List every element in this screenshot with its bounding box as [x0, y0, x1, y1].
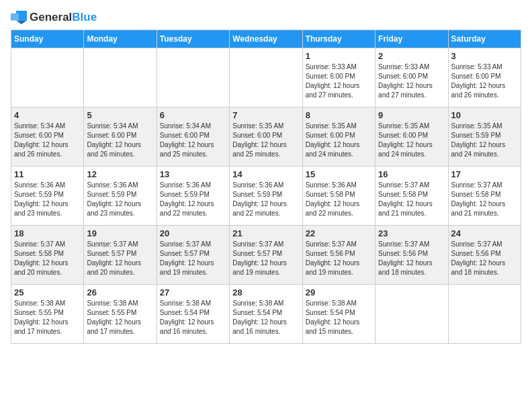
calendar-header-row: SundayMondayTuesdayWednesdayThursdayFrid…	[11, 30, 521, 48]
logo-blue: Blue	[72, 11, 97, 24]
day-number: 29	[306, 287, 372, 298]
day-cell: 24Sunrise: 5:37 AM Sunset: 5:56 PM Dayli…	[448, 226, 521, 285]
day-info: Sunrise: 5:33 AM Sunset: 6:00 PM Dayligh…	[306, 62, 372, 100]
day-cell: 20Sunrise: 5:37 AM Sunset: 5:57 PM Dayli…	[157, 226, 229, 285]
day-number: 12	[87, 169, 153, 179]
col-header-friday: Friday	[375, 30, 448, 48]
day-cell: 21Sunrise: 5:37 AM Sunset: 5:57 PM Dayli…	[230, 226, 302, 285]
day-number: 8	[306, 110, 372, 120]
day-cell	[375, 285, 448, 344]
week-row-3: 11Sunrise: 5:36 AM Sunset: 5:59 PM Dayli…	[11, 167, 521, 226]
day-cell	[230, 48, 302, 107]
day-cell: 22Sunrise: 5:37 AM Sunset: 5:56 PM Dayli…	[302, 226, 375, 285]
week-row-1: 1Sunrise: 5:33 AM Sunset: 6:00 PM Daylig…	[11, 48, 521, 107]
day-number: 28	[232, 287, 299, 298]
day-number: 3	[451, 51, 518, 61]
day-number: 13	[160, 169, 226, 179]
day-info: Sunrise: 5:34 AM Sunset: 6:00 PM Dayligh…	[160, 122, 226, 159]
day-cell: 26Sunrise: 5:38 AM Sunset: 5:55 PM Dayli…	[84, 285, 157, 344]
day-info: Sunrise: 5:37 AM Sunset: 5:56 PM Dayligh…	[451, 240, 518, 277]
day-number: 6	[160, 110, 226, 120]
day-cell: 14Sunrise: 5:36 AM Sunset: 5:59 PM Dayli…	[230, 167, 302, 226]
day-number: 2	[378, 51, 445, 61]
calendar-table: SundayMondayTuesdayWednesdayThursdayFrid…	[11, 30, 521, 344]
day-number: 18	[14, 228, 81, 238]
day-number: 10	[451, 110, 518, 120]
day-number: 4	[14, 110, 81, 120]
col-header-wednesday: Wednesday	[230, 30, 302, 48]
day-cell: 6Sunrise: 5:34 AM Sunset: 6:00 PM Daylig…	[157, 107, 229, 167]
day-info: Sunrise: 5:36 AM Sunset: 5:59 PM Dayligh…	[87, 181, 153, 218]
day-cell: 8Sunrise: 5:35 AM Sunset: 6:00 PM Daylig…	[302, 107, 375, 167]
day-number: 16	[378, 169, 445, 179]
day-number: 21	[232, 228, 299, 238]
day-cell: 2Sunrise: 5:33 AM Sunset: 6:00 PM Daylig…	[375, 48, 448, 107]
day-info: Sunrise: 5:34 AM Sunset: 6:00 PM Dayligh…	[87, 122, 153, 159]
day-info: Sunrise: 5:33 AM Sunset: 6:00 PM Dayligh…	[378, 62, 445, 100]
day-info: Sunrise: 5:38 AM Sunset: 5:54 PM Dayligh…	[160, 299, 226, 336]
day-cell: 13Sunrise: 5:36 AM Sunset: 5:59 PM Dayli…	[157, 167, 229, 226]
day-info: Sunrise: 5:36 AM Sunset: 5:58 PM Dayligh…	[306, 181, 372, 218]
day-number: 11	[14, 169, 81, 179]
day-cell	[448, 285, 521, 344]
day-cell: 3Sunrise: 5:33 AM Sunset: 6:00 PM Daylig…	[448, 48, 521, 107]
logo-general: General	[30, 11, 72, 24]
col-header-thursday: Thursday	[302, 30, 375, 48]
day-cell	[11, 48, 84, 107]
day-info: Sunrise: 5:35 AM Sunset: 5:59 PM Dayligh…	[451, 122, 518, 159]
day-number: 26	[87, 287, 153, 298]
day-info: Sunrise: 5:35 AM Sunset: 6:00 PM Dayligh…	[306, 122, 372, 159]
day-info: Sunrise: 5:35 AM Sunset: 6:00 PM Dayligh…	[378, 122, 445, 159]
day-cell	[84, 48, 157, 107]
day-number: 25	[14, 287, 81, 298]
logo-icon	[11, 11, 27, 24]
day-info: Sunrise: 5:34 AM Sunset: 6:00 PM Dayligh…	[14, 122, 81, 159]
col-header-sunday: Sunday	[11, 30, 84, 48]
day-info: Sunrise: 5:37 AM Sunset: 5:56 PM Dayligh…	[306, 240, 372, 277]
day-info: Sunrise: 5:37 AM Sunset: 5:57 PM Dayligh…	[160, 240, 226, 277]
header: GeneralBlue	[11, 11, 521, 24]
day-cell: 23Sunrise: 5:37 AM Sunset: 5:56 PM Dayli…	[375, 226, 448, 285]
day-cell: 12Sunrise: 5:36 AM Sunset: 5:59 PM Dayli…	[84, 167, 157, 226]
logo: GeneralBlue	[11, 11, 97, 24]
day-number: 19	[87, 228, 153, 238]
day-info: Sunrise: 5:37 AM Sunset: 5:57 PM Dayligh…	[87, 240, 153, 277]
day-info: Sunrise: 5:38 AM Sunset: 5:55 PM Dayligh…	[87, 299, 153, 336]
day-cell: 17Sunrise: 5:37 AM Sunset: 5:58 PM Dayli…	[448, 167, 521, 226]
day-number: 5	[87, 110, 153, 120]
day-cell: 29Sunrise: 5:38 AM Sunset: 5:54 PM Dayli…	[302, 285, 375, 344]
day-number: 7	[232, 110, 299, 120]
day-cell: 9Sunrise: 5:35 AM Sunset: 6:00 PM Daylig…	[375, 107, 448, 167]
day-info: Sunrise: 5:37 AM Sunset: 5:58 PM Dayligh…	[14, 240, 81, 277]
day-cell: 28Sunrise: 5:38 AM Sunset: 5:54 PM Dayli…	[230, 285, 302, 344]
day-info: Sunrise: 5:36 AM Sunset: 5:59 PM Dayligh…	[160, 181, 226, 218]
day-cell: 5Sunrise: 5:34 AM Sunset: 6:00 PM Daylig…	[84, 107, 157, 167]
day-number: 17	[451, 169, 518, 179]
day-number: 22	[306, 228, 372, 238]
svg-marker-2	[11, 13, 19, 20]
day-info: Sunrise: 5:37 AM Sunset: 5:57 PM Dayligh…	[232, 240, 299, 277]
week-row-5: 25Sunrise: 5:38 AM Sunset: 5:55 PM Dayli…	[11, 285, 521, 344]
day-info: Sunrise: 5:37 AM Sunset: 5:56 PM Dayligh…	[378, 240, 445, 277]
col-header-saturday: Saturday	[448, 30, 521, 48]
day-cell: 19Sunrise: 5:37 AM Sunset: 5:57 PM Dayli…	[84, 226, 157, 285]
col-header-tuesday: Tuesday	[157, 30, 229, 48]
day-number: 15	[306, 169, 372, 179]
day-info: Sunrise: 5:37 AM Sunset: 5:58 PM Dayligh…	[378, 181, 445, 218]
day-info: Sunrise: 5:38 AM Sunset: 5:54 PM Dayligh…	[306, 299, 372, 336]
day-info: Sunrise: 5:33 AM Sunset: 6:00 PM Dayligh…	[451, 62, 518, 100]
day-number: 27	[160, 287, 226, 298]
day-info: Sunrise: 5:36 AM Sunset: 5:59 PM Dayligh…	[14, 181, 81, 218]
week-row-4: 18Sunrise: 5:37 AM Sunset: 5:58 PM Dayli…	[11, 226, 521, 285]
day-cell: 27Sunrise: 5:38 AM Sunset: 5:54 PM Dayli…	[157, 285, 229, 344]
day-cell: 7Sunrise: 5:35 AM Sunset: 6:00 PM Daylig…	[230, 107, 302, 167]
day-cell	[157, 48, 229, 107]
day-number: 1	[306, 51, 372, 61]
day-info: Sunrise: 5:38 AM Sunset: 5:54 PM Dayligh…	[232, 299, 299, 336]
svg-marker-1	[16, 20, 27, 24]
day-info: Sunrise: 5:37 AM Sunset: 5:58 PM Dayligh…	[451, 181, 518, 218]
day-number: 24	[451, 228, 518, 238]
day-cell: 16Sunrise: 5:37 AM Sunset: 5:58 PM Dayli…	[375, 167, 448, 226]
day-cell: 10Sunrise: 5:35 AM Sunset: 5:59 PM Dayli…	[448, 107, 521, 167]
week-row-2: 4Sunrise: 5:34 AM Sunset: 6:00 PM Daylig…	[11, 107, 521, 167]
